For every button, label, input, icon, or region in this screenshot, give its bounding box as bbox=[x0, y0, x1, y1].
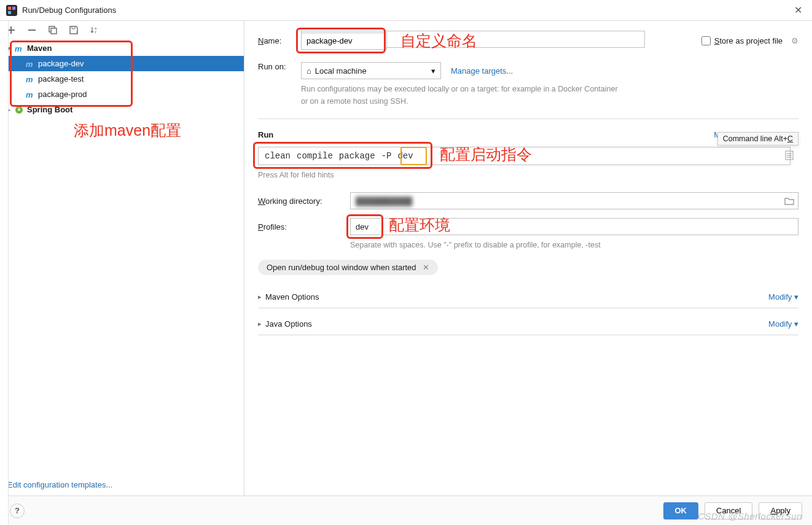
copy-icon[interactable] bbox=[48, 25, 58, 35]
divider bbox=[258, 308, 798, 308]
open-tool-window-pill[interactable]: Open run/debug tool window when started … bbox=[258, 260, 438, 275]
tree-label: package-dev bbox=[38, 59, 84, 68]
section-label: Java Options bbox=[265, 319, 312, 329]
working-dir-input[interactable]: ██████████ bbox=[350, 192, 798, 209]
remove-icon[interactable] bbox=[27, 25, 37, 35]
annotation-text: 配置环境 bbox=[389, 215, 450, 235]
token: dev bbox=[397, 151, 413, 161]
working-dir-value: ██████████ bbox=[356, 196, 412, 206]
tree-label: Maven bbox=[27, 44, 52, 53]
titlebar: Run/Debug Configurations ✕ bbox=[0, 0, 812, 21]
footer: ? OK Cancel Apply bbox=[0, 496, 812, 525]
svg-rect-1 bbox=[8, 7, 11, 10]
svg-text:m: m bbox=[26, 90, 33, 99]
token: -P bbox=[381, 151, 392, 161]
expand-icon[interactable] bbox=[785, 150, 794, 160]
svg-rect-6 bbox=[51, 28, 57, 34]
profiles-hint: Separate with spaces. Use "-" prefix to … bbox=[350, 239, 798, 251]
runon-select[interactable]: ⌂ Local machine ▾ bbox=[301, 62, 441, 79]
tree-label: Spring Boot bbox=[27, 105, 72, 114]
profiles-label: Profiles: bbox=[258, 222, 350, 231]
profiles-input[interactable]: dev 配置环境 bbox=[350, 218, 798, 235]
java-options-section[interactable]: ▸ Java Options Modify ▾ bbox=[258, 319, 798, 329]
svg-text:m: m bbox=[26, 75, 33, 84]
working-dir-row: Working directory: ██████████ bbox=[258, 192, 798, 209]
profiles-value: dev bbox=[356, 222, 369, 231]
divider bbox=[258, 119, 798, 119]
modify-link[interactable]: Modify ▾ bbox=[768, 292, 798, 301]
svg-rect-0 bbox=[6, 5, 17, 16]
token: compile bbox=[297, 151, 333, 161]
edit-templates-link[interactable]: Edit configuration templates... bbox=[7, 480, 112, 489]
help-button[interactable]: ? bbox=[10, 504, 25, 518]
cmdline-input[interactable]: clean compile package -P dev bbox=[258, 147, 791, 165]
token: package bbox=[339, 151, 375, 161]
home-icon: ⌂ bbox=[306, 66, 311, 76]
run-header-label: Run bbox=[258, 130, 273, 139]
cmdline-hint: Press Alt for field hints bbox=[258, 169, 798, 181]
name-input[interactable] bbox=[301, 33, 387, 50]
modify-link[interactable]: Modify ▾ bbox=[768, 319, 798, 329]
runon-hint: Run configurations may be executed local… bbox=[301, 83, 620, 107]
svg-text:m: m bbox=[15, 44, 22, 53]
ok-button[interactable]: OK bbox=[663, 502, 699, 519]
tree-item-package-test[interactable]: m package-test bbox=[0, 71, 244, 87]
close-button[interactable]: ✕ bbox=[791, 4, 806, 16]
chevron-right-icon: ▸ bbox=[258, 320, 262, 328]
maven-options-section[interactable]: ▸ Maven Options Modify ▾ bbox=[258, 292, 798, 301]
edit-templates: Edit configuration templates... bbox=[0, 474, 244, 496]
editor-gutter bbox=[0, 21, 9, 525]
maven-icon: m bbox=[25, 75, 36, 84]
maven-icon: m bbox=[25, 90, 36, 99]
tree-item-package-prod[interactable]: m package-prod bbox=[0, 87, 244, 102]
svg-text:z: z bbox=[95, 30, 96, 34]
svg-text:+: + bbox=[76, 29, 78, 34]
save-icon[interactable]: + bbox=[69, 25, 79, 35]
svg-rect-2 bbox=[12, 7, 15, 10]
pill-label: Open run/debug tool window when started bbox=[267, 263, 416, 272]
maven-icon: m bbox=[25, 60, 36, 68]
cancel-button[interactable]: Cancel bbox=[705, 502, 752, 519]
tree-item-package-dev[interactable]: m package-dev bbox=[0, 56, 244, 71]
tree-group-maven[interactable]: ▾ m Maven bbox=[0, 41, 244, 56]
store-as-project[interactable]: Store as project file ⚙ bbox=[701, 36, 798, 45]
svg-rect-3 bbox=[8, 11, 11, 14]
manage-targets-link[interactable]: Manage targets... bbox=[451, 66, 513, 76]
chevron-down-icon: ▾ bbox=[431, 66, 435, 76]
folder-icon[interactable] bbox=[784, 196, 794, 205]
apply-button[interactable]: Apply bbox=[759, 502, 802, 519]
maven-icon: m bbox=[14, 44, 25, 53]
runon-label: Run on: bbox=[258, 62, 301, 71]
section-label: Maven Options bbox=[265, 292, 319, 301]
working-dir-label: Working directory: bbox=[258, 196, 350, 206]
tree-group-springboot[interactable]: ▸ Spring Boot bbox=[0, 102, 244, 117]
sort-icon[interactable]: az bbox=[90, 25, 100, 35]
app-icon bbox=[6, 5, 17, 16]
svg-text:m: m bbox=[26, 60, 33, 68]
sidebar-toolbar: + az bbox=[0, 21, 244, 39]
gear-icon[interactable]: ⚙ bbox=[791, 36, 798, 45]
store-checkbox[interactable] bbox=[701, 36, 711, 45]
runon-value: Local machine bbox=[315, 66, 367, 76]
cmdline-wrapper: Command line Alt+C clean compile package… bbox=[258, 147, 798, 165]
close-icon[interactable]: ✕ bbox=[423, 263, 429, 272]
tree-label: package-test bbox=[38, 74, 84, 84]
divider bbox=[258, 335, 798, 335]
cmdline-tooltip: Command line Alt+C bbox=[717, 132, 798, 146]
window-title: Run/Debug Configurations bbox=[22, 6, 791, 15]
svg-rect-4 bbox=[28, 29, 36, 31]
springboot-icon bbox=[14, 106, 25, 114]
tree-label: package-prod bbox=[38, 90, 87, 99]
config-sidebar: + az ▾ m Maven m package-dev m package-t… bbox=[0, 21, 244, 496]
profiles-row: Profiles: dev 配置环境 bbox=[258, 218, 798, 235]
store-label: Store as project file bbox=[714, 36, 783, 45]
form-area: Name: 自定义命名 Store as project file ⚙ Run … bbox=[244, 21, 812, 496]
token: clean bbox=[265, 151, 291, 161]
name-label: Name: bbox=[258, 36, 301, 45]
config-tree: ▾ m Maven m package-dev m package-test m… bbox=[0, 39, 244, 474]
chevron-right-icon: ▸ bbox=[258, 293, 262, 301]
